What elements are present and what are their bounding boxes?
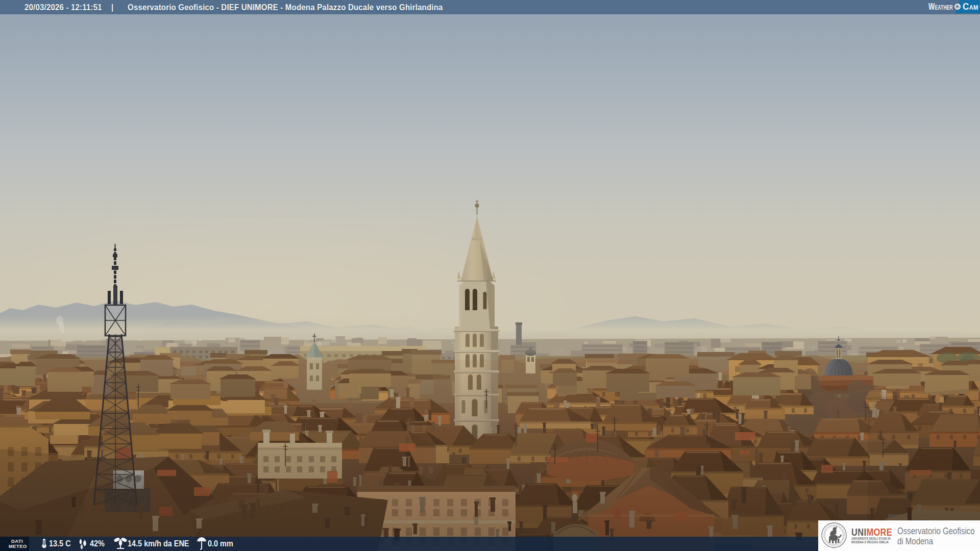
svg-text:1175: 1175 (832, 546, 836, 549)
